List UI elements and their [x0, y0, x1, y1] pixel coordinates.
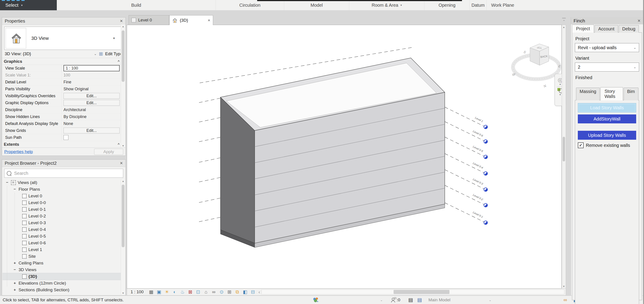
level-head-markers[interactable] — [484, 125, 488, 225]
close-icon[interactable]: × — [638, 18, 640, 23]
tree-item-level[interactable]: Level 1 — [2, 246, 121, 253]
properties-scrollbar[interactable]: ▲ ▼ — [121, 24, 125, 148]
tree-item-floor-plans[interactable]: −Floor Plans — [2, 186, 121, 193]
tree-item-views-all[interactable]: −Views (all) — [2, 179, 121, 186]
shadows-icon[interactable]: ◐ — [172, 289, 178, 295]
type-selector[interactable]: 3D View ▾ — [4, 26, 123, 50]
crop-view-icon[interactable]: ⊠ — [187, 289, 194, 295]
scrollbar-thumb[interactable] — [394, 290, 450, 294]
tree-item-elevations[interactable]: +Elevations (12mm Circle) — [2, 280, 121, 286]
scroll-up-icon[interactable]: ▲ — [562, 26, 566, 28]
tree-item-level[interactable]: Level 0-3 — [2, 220, 121, 226]
parts-visibility-value[interactable]: Show Original — [64, 87, 88, 92]
collapse-icon[interactable]: − — [13, 268, 17, 272]
design-options-icon[interactable]: ▤ — [417, 296, 422, 304]
tab-account[interactable]: Account — [594, 25, 618, 33]
tab-bim[interactable]: Bim — [624, 88, 638, 100]
detail-level-icon[interactable]: ▦ — [148, 289, 154, 295]
scrollbar-thumb[interactable] — [562, 137, 565, 162]
canvas-hscrollbar[interactable] — [262, 290, 564, 294]
edit-type-button[interactable]: Edit Type — [105, 52, 123, 56]
ribbon-group-circulation[interactable]: Circulation — [216, 0, 284, 10]
tree-item-level[interactable]: Level 0-0 — [2, 200, 121, 206]
expand-icon[interactable]: + — [13, 281, 17, 286]
collaborate-icon[interactable] — [312, 296, 319, 304]
project-select[interactable]: Revit - upload walls ⌄ — [575, 43, 639, 52]
collapse-panel-icon[interactable]: ⌄ — [562, 18, 566, 22]
discipline-value[interactable]: Architectural — [64, 108, 86, 112]
ribbon-group-work-plane[interactable]: Work Plane — [486, 0, 519, 10]
sun-path-icon[interactable]: ☀ — [164, 289, 170, 295]
worksets-icon[interactable]: ▤ — [408, 296, 413, 304]
select-links-icon[interactable]: ∞ — [564, 296, 567, 304]
editable-only-icon[interactable] — [391, 296, 396, 304]
close-icon[interactable]: × — [120, 18, 123, 24]
instance-label[interactable]: 3D View: {3D} — [5, 52, 92, 56]
tree-item-level[interactable]: Level 0-5 — [2, 233, 121, 240]
tree-item-level[interactable]: Level 0-6 — [2, 240, 121, 246]
edit-button[interactable]: Edit... — [64, 128, 120, 134]
load-story-walls-button[interactable]: Load Story Walls — [578, 103, 636, 112]
section-graphics[interactable]: Graphics ^ — [2, 58, 126, 65]
collapse-icon[interactable]: ^ — [118, 142, 120, 146]
ribbon-group-build[interactable]: Build — [57, 0, 216, 10]
tree-item-legends[interactable]: +Legends — [2, 293, 121, 295]
collapse-icon[interactable]: − — [13, 187, 17, 192]
tab-massing[interactable]: Massing — [576, 88, 600, 100]
select-panel[interactable]: Select ▾ — [0, 0, 57, 10]
tree-item-sections[interactable]: +Sections (Building Section) — [2, 286, 121, 293]
tree-item-level[interactable]: Level 0 — [2, 193, 121, 200]
collapse-icon[interactable]: ^ — [118, 60, 120, 63]
visual-style-icon[interactable]: ▣ — [156, 289, 162, 295]
temporary-hide-icon[interactable]: ⊙ — [218, 289, 225, 295]
tab-project[interactable]: Project — [572, 24, 594, 33]
chevron-down-icon[interactable]: ▾ — [560, 94, 561, 96]
ribbon-group-room-area[interactable]: Room & Area▾ — [349, 0, 424, 10]
view-tab-level0[interactable]: Level 0 — [128, 15, 169, 25]
measure-icon[interactable]: ⊟ — [250, 289, 256, 295]
chevron-down-icon[interactable]: ⌄ — [380, 296, 383, 304]
scrollbar-thumb[interactable] — [122, 30, 124, 82]
tree-item-3d-selected[interactable]: {3D} — [2, 273, 121, 280]
ribbon-group-datum[interactable]: Datum — [470, 0, 486, 10]
constraints-icon[interactable]: ⊞ — [226, 289, 232, 295]
edit-button[interactable]: Edit... — [64, 100, 120, 106]
scroll-down-icon[interactable]: ▼ — [121, 144, 125, 147]
scroll-down-icon[interactable]: ▼ — [121, 292, 125, 294]
tree-item-3d-views[interactable]: −3D Views — [2, 266, 121, 273]
upload-story-walls-button[interactable]: Upload Story Walls — [578, 131, 636, 140]
scroll-up-icon[interactable]: ▲ — [121, 180, 125, 182]
tree-item-level[interactable]: Level 0-4 — [2, 226, 121, 233]
displacement-icon[interactable]: ⧉ — [234, 289, 240, 295]
tree-item-ceiling-plans[interactable]: +Ceiling Plans — [2, 260, 121, 266]
expand-icon[interactable]: + — [13, 288, 17, 292]
tree-item-site[interactable]: Site — [2, 253, 121, 260]
crop-region-icon[interactable]: ⊡ — [195, 289, 201, 295]
edit-button[interactable]: Edit... — [64, 93, 120, 99]
variant-select[interactable]: 2 ⌄ — [575, 62, 639, 72]
tab-story-walls[interactable]: Story Walls — [600, 87, 623, 100]
tree-item-level[interactable]: Level 0-1 — [2, 206, 121, 213]
close-icon[interactable]: × — [208, 18, 210, 22]
chevron-down-icon[interactable]: ⌄ — [489, 296, 492, 304]
tree-item-level[interactable]: Level 0-2 — [2, 213, 121, 220]
sun-path-checkbox[interactable] — [64, 135, 68, 140]
section-extents[interactable]: Extents ^ — [2, 141, 126, 148]
design-option-value[interactable]: Main Model — [428, 296, 450, 304]
canvas-vscrollbar[interactable]: ▲ ▼ — [562, 25, 566, 288]
properties-help-link[interactable]: Properties help — [4, 149, 94, 154]
scroll-up-icon[interactable]: ▲ — [121, 25, 125, 28]
render-icon[interactable]: ♨ — [179, 289, 186, 295]
detail-level-value[interactable]: Fine — [64, 80, 71, 84]
reveal-hidden-icon[interactable]: ∞ — [211, 289, 217, 295]
expand-icon[interactable]: + — [5, 294, 9, 295]
expand-icon[interactable]: + — [13, 261, 17, 265]
view-tab-3d[interactable]: {3D} × — [169, 15, 213, 25]
analysis-style-value[interactable]: None — [64, 122, 73, 126]
view-scale-input[interactable]: 1 : 100 — [64, 65, 120, 71]
scroll-down-icon[interactable]: ▼ — [562, 285, 566, 288]
view-scale-button[interactable]: 1 : 100 — [130, 290, 144, 294]
add-story-wall-button[interactable]: AddStoryWall — [578, 114, 636, 124]
remove-existing-walls-checkbox[interactable]: ✓ — [578, 142, 584, 148]
tab-debug[interactable]: Debug — [619, 25, 639, 33]
